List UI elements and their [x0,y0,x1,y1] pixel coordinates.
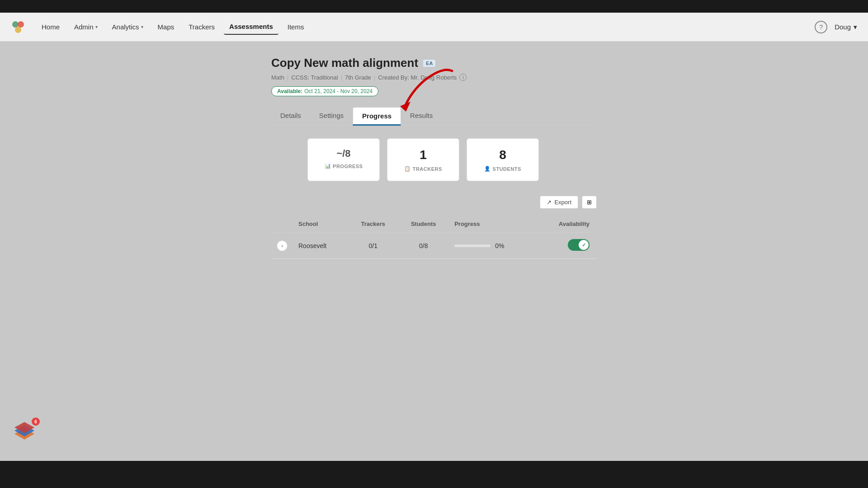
admin-chevron-icon: ▾ [95,24,98,29]
table-toolbar: ↗ Export ⊞ [271,196,597,209]
bottom-bar [0,461,868,488]
toggle-thumb: ✓ [579,240,589,250]
grid-view-button[interactable]: ⊞ [582,196,597,209]
nav-home[interactable]: Home [36,19,65,34]
students-stat-icon: 👤 [484,166,491,172]
meta-grade: 7th Grade [345,74,371,81]
availability-badge: Available: Oct 21, 2024 - Nov 20, 2024 [271,86,378,96]
tabs-section: Details Settings Progress Results [271,107,597,126]
user-menu[interactable]: Doug ▾ [835,23,857,31]
progress-bar [454,244,491,247]
svg-point-0 [12,21,19,28]
tab-details[interactable]: Details [271,107,310,126]
row-students: 0/8 [398,232,449,259]
row-school: Roosevelt [293,232,348,259]
meta-creator: Created By: Mr. Doug Roberts [378,74,457,81]
stat-trackers: 1 📋 TRACKERS [387,138,459,181]
meta-sep2: | [341,74,342,81]
nav-analytics[interactable]: Analytics ▾ [107,19,149,34]
table-header-row: School Trackers Students Progress Availa… [271,216,597,232]
row-progress-value: 0% [495,242,504,249]
svg-point-1 [18,21,24,28]
stat-progress-value: ~/8 [336,148,350,160]
row-expand-cell: › [271,232,293,259]
meta-curriculum: CCSS: Traditional [291,74,338,81]
availability-dates: Oct 21, 2024 - Nov 20, 2024 [304,88,373,94]
page-title-text: Copy New math alignment [271,56,418,70]
page-title-row: Copy New math alignment EA [271,56,597,70]
row-progress-cell: 0% [449,232,535,259]
nav-assessments[interactable]: Assessments [224,19,278,35]
nav-items[interactable]: Items [282,19,310,34]
trackers-stat-icon: 📋 [404,166,411,172]
stat-progress-label: 📊 PROGRESS [325,163,363,169]
meta-sep3: | [374,74,375,81]
progress-bar-container: 0% [454,242,529,249]
export-icon: ↗ [547,199,552,206]
row-expand-button[interactable]: › [277,240,288,251]
availability-label: Available: [277,88,302,94]
col-expand [271,216,293,232]
tab-results[interactable]: Results [401,107,442,126]
page-meta: Math | CCSS: Traditional | 7th Grade | C… [271,74,597,81]
bottom-notification[interactable]: 6 [11,419,43,452]
meta-sep1: | [287,74,288,81]
stats-row: ~/8 📊 PROGRESS 1 📋 TRACKERS 8 👤 STUDENTS [307,138,597,181]
meta-subject: Math [271,74,284,81]
progress-stat-icon: 📊 [325,163,331,169]
table-row: › Roosevelt 0/1 0/8 0% [271,232,597,259]
row-trackers: 0/1 [348,232,398,259]
stat-progress: ~/8 📊 PROGRESS [307,138,380,181]
stat-trackers-value: 1 [420,148,427,162]
analytics-chevron-icon: ▾ [141,24,143,29]
col-availability: Availability [535,216,597,232]
user-name: Doug [835,23,851,31]
col-students: Students [398,216,449,232]
nav-admin[interactable]: Admin ▾ [69,19,103,34]
school-table: School Trackers Students Progress Availa… [271,216,597,259]
stat-trackers-label: 📋 TRACKERS [404,166,442,172]
export-label: Export [554,199,571,206]
stat-students: 8 👤 STUDENTS [467,138,539,181]
navbar: Home Admin ▾ Analytics ▾ Maps Trackers A… [0,13,868,42]
page-tabs: Details Settings Progress Results [271,107,597,126]
col-progress: Progress [449,216,535,232]
availability-toggle[interactable]: ✓ [568,239,590,251]
col-school: School [293,216,348,232]
export-button[interactable]: ↗ Export [540,196,578,209]
nav-right: ? Doug ▾ [815,21,857,33]
stat-students-label: 👤 STUDENTS [484,166,521,172]
tab-settings[interactable]: Settings [310,107,353,126]
app-logo[interactable] [11,20,25,34]
user-chevron-icon: ▾ [854,23,857,31]
notification-icon-container: 6 [11,419,38,446]
row-availability-cell: ✓ [535,232,597,259]
nav-maps[interactable]: Maps [152,19,180,34]
notification-badge: 6 [32,418,40,426]
stat-students-value: 8 [499,148,506,162]
svg-point-2 [15,27,21,33]
nav-trackers[interactable]: Trackers [183,19,220,34]
top-bar [0,0,868,13]
nav-items: Home Admin ▾ Analytics ▾ Maps Trackers A… [36,19,815,35]
tab-progress[interactable]: Progress [353,107,401,126]
grid-icon: ⊞ [587,199,592,206]
toggle-check-icon: ✓ [582,242,586,248]
help-button[interactable]: ? [815,21,827,33]
title-badge: EA [423,59,436,67]
info-icon[interactable]: i [459,74,467,81]
col-trackers: Trackers [348,216,398,232]
